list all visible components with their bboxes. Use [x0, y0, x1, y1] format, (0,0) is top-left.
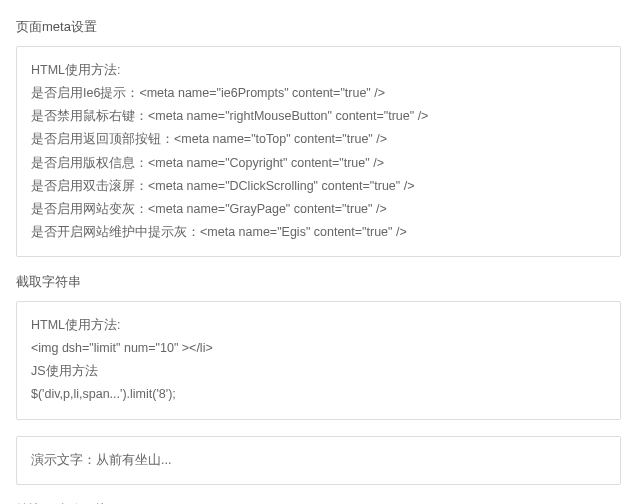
code-line: 是否启用返回顶部按钮：<meta name="toTop" content="t…: [31, 128, 606, 151]
code-line: $('div,p,li,span...').limit('8');: [31, 383, 606, 406]
code-line: 是否启用网站变灰：<meta name="GrayPage" content="…: [31, 198, 606, 221]
code-line: 是否开启网站维护中提示灰：<meta name="Egis" content="…: [31, 221, 606, 244]
code-line: JS使用方法: [31, 360, 606, 383]
demo-block: 演示文字：从前有坐山...: [16, 436, 621, 485]
code-line: 是否禁用鼠标右键：<meta name="rightMouseButton" c…: [31, 105, 606, 128]
section-title: 页面meta设置: [16, 18, 621, 36]
code-line: HTML使用方法:: [31, 314, 606, 337]
code-line: <img dsh="limit" num="10" ></li>: [31, 337, 606, 360]
section-title: 等比例缩放图片: [16, 501, 621, 504]
code-line: HTML使用方法:: [31, 59, 606, 82]
code-line: 是否启用双击滚屏：<meta name="DClickScrolling" co…: [31, 175, 606, 198]
code-block: HTML使用方法: <img dsh="limit" num="10" ></l…: [16, 301, 621, 420]
section-title: 截取字符串: [16, 273, 621, 291]
demo-text: 演示文字：从前有坐山...: [31, 449, 606, 472]
code-line: 是否启用版权信息：<meta name="Copyright" content=…: [31, 152, 606, 175]
code-block: HTML使用方法: 是否启用Ie6提示：<meta name="ie6Promp…: [16, 46, 621, 257]
code-line: 是否启用Ie6提示：<meta name="ie6Prompts" conten…: [31, 82, 606, 105]
